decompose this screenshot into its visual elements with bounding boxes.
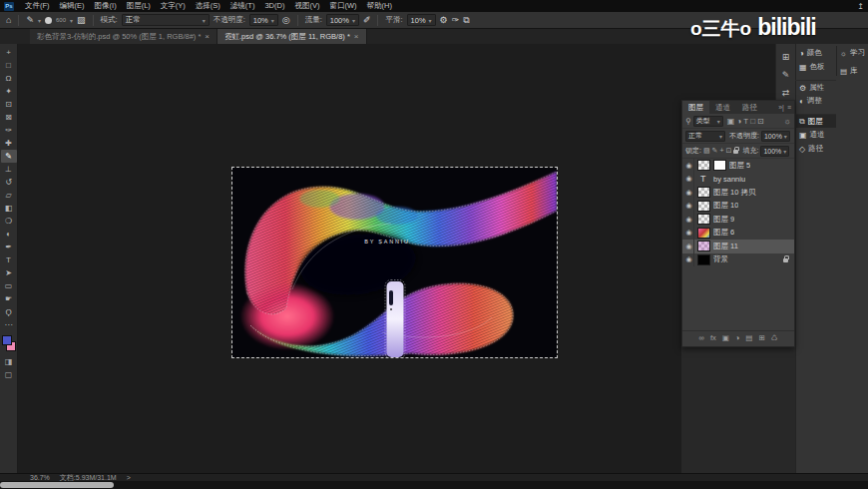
panel-tab[interactable]: 图层: [682, 101, 709, 114]
pressure-size-icon[interactable]: ✑: [452, 16, 460, 25]
visibility-eye-icon[interactable]: ◉: [684, 227, 694, 241]
tool-button[interactable]: ◧: [1, 202, 17, 215]
visibility-eye-icon[interactable]: ◉: [684, 173, 694, 187]
menu-item[interactable]: 滤镜(T): [225, 1, 260, 11]
menu-item[interactable]: 帮助(H): [362, 1, 397, 11]
filter-type-icon[interactable]: ⊡: [757, 117, 764, 126]
menu-item[interactable]: 视图(V): [289, 1, 324, 11]
tool-button[interactable]: ▱: [1, 189, 17, 202]
foreground-color-swatch[interactable]: [2, 335, 12, 345]
tool-button[interactable]: Ω: [1, 72, 17, 85]
layer-thumbnail[interactable]: [697, 187, 710, 198]
filter-type-icon[interactable]: T: [743, 117, 748, 126]
menu-item[interactable]: 文字(Y): [156, 1, 191, 11]
brush-preset-icon[interactable]: [45, 17, 52, 24]
menu-item[interactable]: 图像(I): [90, 1, 122, 11]
panel-tab[interactable]: 通道: [709, 101, 736, 114]
pressure-opacity-icon[interactable]: ◎: [282, 16, 290, 25]
layer-name[interactable]: by sanniu: [713, 175, 745, 184]
layer-row[interactable]: ◉ 背景: [682, 253, 794, 267]
zoom-level[interactable]: 36.7%: [30, 474, 50, 481]
dock-icon[interactable]: ✎: [782, 70, 790, 80]
layer-row[interactable]: ◉ 图层 11: [682, 240, 794, 253]
layer-row[interactable]: ◉ 图层 6: [682, 227, 794, 241]
footer-icon[interactable]: fx: [710, 333, 716, 342]
tool-button[interactable]: ✦: [1, 85, 17, 98]
layer-thumbnail[interactable]: [697, 254, 710, 265]
chevron-down-icon[interactable]: ▾: [70, 17, 73, 24]
tool-button[interactable]: ✒: [1, 241, 17, 253]
filter-type-icon[interactable]: ◑: [736, 117, 741, 126]
layer-thumbnail[interactable]: [697, 174, 710, 185]
edit-toolbar-icon[interactable]: ⋯: [5, 320, 13, 329]
filter-type-icon[interactable]: ▣: [727, 117, 735, 126]
tool-button[interactable]: ⊡: [1, 98, 17, 111]
layer-row[interactable]: ◉ 图层 10 拷贝: [682, 186, 794, 200]
tool-button[interactable]: T: [1, 253, 17, 266]
filter-kind-select[interactable]: 类型 ▾: [693, 116, 723, 127]
filter-type-icon[interactable]: □: [750, 117, 755, 126]
lock-option-icon[interactable]: +: [719, 147, 723, 155]
layer-row[interactable]: ◉ by sanniu: [682, 173, 794, 187]
menu-item[interactable]: 文件(F): [20, 1, 55, 11]
panel-tab[interactable]: ◑ 颜色: [795, 46, 836, 60]
tool-button[interactable]: ⊠: [1, 111, 17, 124]
layer-row[interactable]: ◉ 图层 5: [682, 159, 794, 173]
blend-mode-select[interactable]: 正常 ▾: [122, 14, 210, 26]
dock-icon[interactable]: ⇄: [782, 88, 790, 98]
tool-button[interactable]: □: [1, 59, 17, 72]
footer-icon[interactable]: ∞: [699, 333, 704, 342]
dock-item[interactable]: ▤ 库: [840, 66, 868, 76]
panel-tab[interactable]: ⚙ 属性: [795, 80, 836, 94]
visibility-eye-icon[interactable]: ◉: [684, 159, 694, 173]
layer-thumbnail[interactable]: [697, 201, 710, 212]
layer-thumbnail[interactable]: [697, 160, 710, 171]
close-icon[interactable]: ×: [354, 32, 359, 41]
document-tab[interactable]: 彩色背景3-仿制的.psd @ 50% (图层 1, RGB/8#) * ×: [30, 29, 217, 44]
gear-icon[interactable]: ⚙: [440, 16, 448, 25]
layer-thumbnail[interactable]: [697, 241, 710, 251]
layer-name[interactable]: 图层 6: [713, 228, 734, 238]
tool-button[interactable]: ✎: [1, 150, 17, 163]
panel-menu-icon[interactable]: ≡: [787, 104, 791, 111]
tool-button[interactable]: ❍: [1, 215, 17, 228]
panel-tab[interactable]: ⧉ 图层: [795, 114, 836, 128]
layer-row[interactable]: ◉ 图层 9: [682, 213, 794, 227]
layer-mask-thumbnail[interactable]: [713, 160, 726, 171]
tool-button[interactable]: ✑: [1, 124, 17, 137]
tool-button[interactable]: ☛: [1, 292, 17, 305]
close-icon[interactable]: ×: [205, 32, 210, 41]
chevron-down-icon[interactable]: ▾: [38, 17, 41, 24]
tool-button[interactable]: Ϙ: [1, 305, 17, 318]
layer-name[interactable]: 图层 10: [713, 201, 738, 211]
airbrush-icon[interactable]: ✐: [363, 16, 371, 25]
share-icon[interactable]: ↥: [857, 2, 864, 11]
flow-select[interactable]: 100% ▾: [326, 14, 359, 26]
tool-button[interactable]: +: [1, 46, 17, 59]
search-icon[interactable]: ⚲: [685, 117, 691, 126]
footer-icon[interactable]: ▣: [722, 333, 729, 342]
tool-button[interactable]: ➤: [1, 266, 17, 279]
layer-opacity-select[interactable]: 100% ▾: [761, 131, 790, 142]
smoothing-select[interactable]: 10% ▾: [407, 14, 436, 26]
lock-option-icon[interactable]: ✎: [712, 147, 718, 155]
opacity-select[interactable]: 10% ▾: [249, 14, 278, 26]
dock-item[interactable]: ☼ 学习: [840, 48, 868, 58]
document-canvas[interactable]: BY ṢANNIU: [232, 168, 557, 357]
visibility-eye-icon[interactable]: ◉: [684, 240, 694, 253]
fill-select[interactable]: 100% ▾: [760, 146, 789, 157]
panel-tab[interactable]: ▦ 色板: [795, 60, 836, 74]
brush-tool-icon[interactable]: ✎: [26, 16, 34, 25]
menu-item[interactable]: 窗口(W): [324, 1, 361, 11]
layer-name[interactable]: 图层 9: [713, 215, 734, 225]
tool-button[interactable]: ⊥: [1, 163, 17, 176]
symmetry-icon[interactable]: ⧉: [463, 16, 469, 25]
document-tab[interactable]: 霓虹.psd @ 36.7% (图层 11, RGB/8) * ×: [217, 29, 367, 44]
visibility-eye-icon[interactable]: ◉: [684, 186, 694, 200]
status-chevron-icon[interactable]: >: [127, 474, 131, 481]
footer-icon[interactable]: ♺: [771, 333, 778, 342]
panel-tab[interactable]: ▣ 通道: [795, 128, 836, 142]
visibility-eye-icon[interactable]: ◉: [684, 253, 694, 267]
collapse-panel-icon[interactable]: »|: [778, 104, 784, 111]
menu-item[interactable]: 选择(S): [191, 1, 225, 11]
